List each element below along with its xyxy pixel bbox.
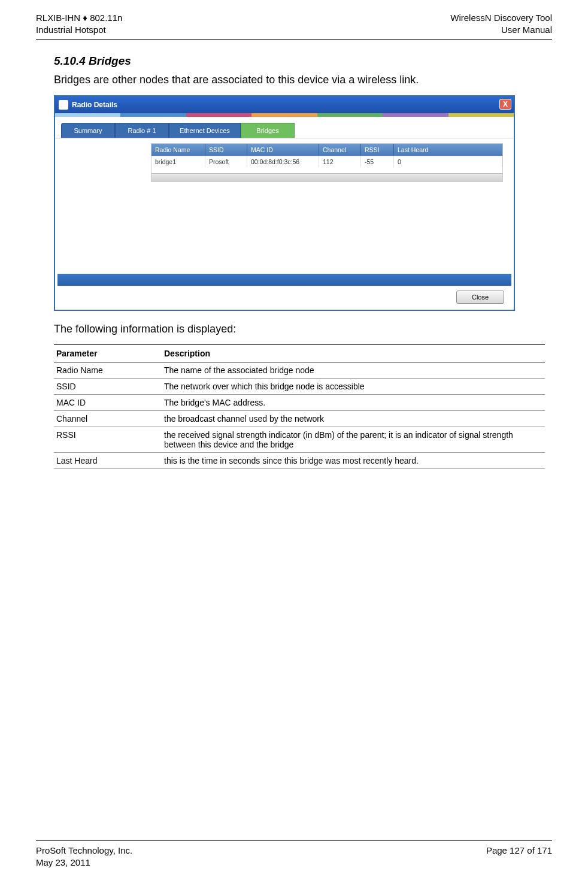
parameter-table: Parameter Description Radio Name The nam… [54, 344, 545, 469]
color-strip [55, 113, 514, 117]
tab-strip: Summary Radio # 1 Ethernet Devices Bridg… [55, 117, 514, 138]
close-button[interactable]: Close [456, 291, 504, 304]
tab-ethernet-devices[interactable]: Ethernet Devices [169, 123, 241, 138]
td-param: RSSI [54, 427, 162, 453]
footer-rule [36, 840, 552, 841]
grid-header-last-heard: Last Heard [394, 144, 502, 156]
intro-text: Bridges are other nodes that are associa… [54, 74, 552, 86]
dialog-icon [59, 100, 68, 110]
grid-header-radio-name: Radio Name [151, 144, 205, 156]
td-desc: The network over which this bridge node … [162, 379, 545, 395]
td-desc: the received signal strength indicator (… [162, 427, 545, 453]
td-param: Last Heard [54, 453, 162, 469]
grid-header-mac-id: MAC ID [247, 144, 319, 156]
table-row: RSSI the received signal strength indica… [54, 427, 545, 453]
tab-radio1[interactable]: Radio # 1 [115, 123, 169, 138]
cell-channel: 112 [319, 156, 361, 167]
grid-data-row[interactable]: bridge1 Prosoft 00:0d:8d:f0:3c:56 112 -5… [151, 156, 502, 167]
th-description: Description [162, 345, 545, 362]
tab-summary[interactable]: Summary [61, 123, 115, 138]
cell-ssid: Prosoft [205, 156, 247, 167]
th-parameter: Parameter [54, 345, 162, 362]
table-row: SSID The network over which this bridge … [54, 379, 545, 395]
grid-header-channel: Channel [319, 144, 361, 156]
header-left-line1: RLXIB-IHN ♦ 802.11n [36, 12, 122, 24]
table-row: Radio Name The name of the associated br… [54, 362, 545, 379]
grid-header-ssid: SSID [205, 144, 247, 156]
td-desc: this is the time in seconds since this b… [162, 453, 545, 469]
td-param: Channel [54, 411, 162, 427]
footer-page-number: Page 127 of 171 [486, 845, 552, 857]
header-right-line1: WirelessN Discovery Tool [450, 12, 552, 24]
dialog-footer-bar [57, 274, 511, 286]
header-left-line2: Industrial Hotspot [36, 24, 122, 36]
td-desc: The name of the associated bridge node [162, 362, 545, 379]
table-row: MAC ID The bridge's MAC address. [54, 395, 545, 411]
grid-header-row: Radio Name SSID MAC ID Channel RSSI Last… [151, 144, 502, 156]
radio-details-dialog: Radio Details X Summary Radio # 1 Ethern… [54, 95, 515, 311]
bridges-grid: Radio Name SSID MAC ID Channel RSSI Last… [151, 143, 503, 182]
td-param: Radio Name [54, 362, 162, 379]
td-desc: the broadcast channel used by the networ… [162, 411, 545, 427]
td-param: SSID [54, 379, 162, 395]
dialog-titlebar: Radio Details X [55, 96, 514, 113]
footer-company: ProSoft Technology, Inc. [36, 845, 132, 857]
td-param: MAC ID [54, 395, 162, 411]
cell-radio-name: bridge1 [151, 156, 205, 167]
cell-mac-id: 00:0d:8d:f0:3c:56 [247, 156, 319, 167]
grid-scrollbar[interactable] [151, 173, 502, 182]
cell-last-heard: 0 [394, 156, 502, 167]
tab-bridges[interactable]: Bridges [241, 123, 295, 138]
section-title: 5.10.4 Bridges [54, 55, 552, 68]
cell-rssi: -55 [361, 156, 394, 167]
footer-date: May 23, 2011 [36, 857, 132, 869]
header-rule [36, 39, 552, 40]
table-row: Last Heard this is the time in seconds s… [54, 453, 545, 469]
td-desc: The bridge's MAC address. [162, 395, 545, 411]
header-right-line2: User Manual [450, 24, 552, 36]
grid-header-rssi: RSSI [361, 144, 394, 156]
table-row: Channel the broadcast channel used by th… [54, 411, 545, 427]
dialog-title: Radio Details [72, 101, 117, 109]
followup-text: The following information is displayed: [54, 323, 552, 335]
close-icon[interactable]: X [499, 99, 511, 110]
